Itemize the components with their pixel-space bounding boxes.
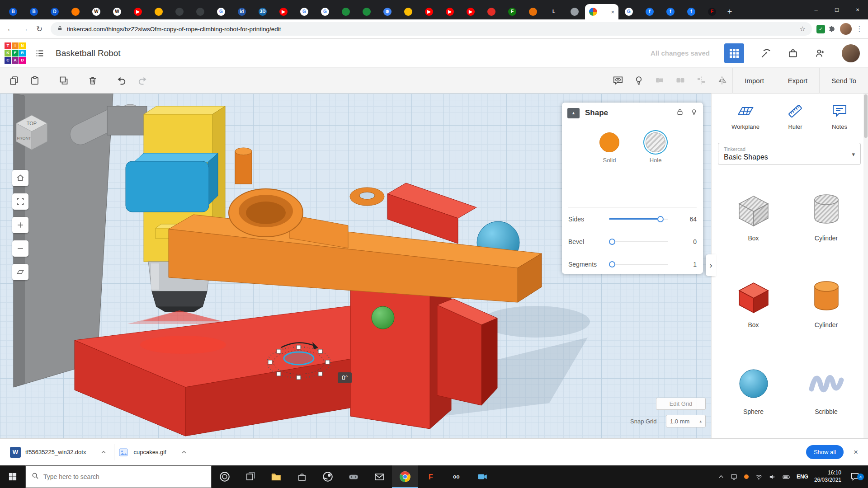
browser-tab[interactable]: ▶ — [460, 4, 481, 19]
bricks-mode-icon[interactable] — [757, 44, 775, 62]
browser-tab[interactable] — [523, 4, 543, 19]
slider-handle[interactable] — [609, 261, 615, 267]
duplicate-icon[interactable] — [53, 70, 74, 91]
taskbar-mail-icon[interactable] — [366, 465, 392, 488]
minimize-button[interactable]: – — [806, 0, 826, 19]
shape-scribble[interactable]: Scribble — [807, 364, 845, 415]
shape-library-select[interactable]: Tinkercad Basic Shapes ▾ — [718, 143, 861, 165]
browser-tab[interactable]: W — [86, 4, 107, 19]
tinkercad-logo[interactable]: TINKERCAD — [5, 42, 26, 64]
taskbar-store-icon[interactable] — [289, 465, 315, 488]
green-sphere[interactable] — [372, 306, 394, 329]
browser-tab[interactable]: G — [211, 4, 231, 19]
ungroup-icon[interactable] — [670, 70, 691, 91]
browser-avatar[interactable] — [840, 23, 852, 35]
blocks-view-button[interactable] — [724, 43, 744, 63]
action-center-button[interactable]: 4 — [847, 472, 863, 482]
sidebar-collapse-chevron[interactable]: › — [706, 254, 716, 276]
volume-icon[interactable] — [769, 473, 776, 481]
browser-tab[interactable] — [65, 4, 86, 19]
tab-close-icon[interactable]: × — [611, 9, 614, 15]
browser-tab[interactable] — [190, 4, 211, 19]
browser-tab[interactable]: L — [543, 4, 564, 19]
redo-icon[interactable] — [132, 70, 153, 91]
shape-hole-box[interactable]: Box — [735, 190, 773, 242]
browser-tab[interactable] — [356, 4, 377, 19]
browser-tab[interactable] — [335, 4, 356, 19]
hide-shape-icon[interactable] — [690, 108, 698, 117]
download-item[interactable]: Wtf55635225_win32.dotx — [6, 439, 114, 465]
browser-tab[interactable]: G — [618, 4, 639, 19]
briefcase-icon[interactable] — [784, 44, 802, 62]
browser-tab[interactable]: D — [44, 4, 65, 19]
wifi-icon[interactable] — [755, 473, 763, 481]
shape-red-box[interactable]: Box — [735, 277, 773, 328]
mirror-icon[interactable] — [712, 70, 732, 91]
start-button[interactable] — [0, 465, 25, 488]
browser-tab[interactable]: 3D — [252, 4, 273, 19]
sidebar-tool-notes[interactable]: Notes — [831, 103, 848, 130]
orange-post[interactable] — [235, 148, 252, 184]
snap-grid-select[interactable]: 1.0 mm ▴ — [666, 415, 706, 427]
sidebar-scrollbar[interactable] — [863, 94, 868, 438]
design-title[interactable]: Basketball Robot — [56, 48, 121, 58]
close-downloads-icon[interactable]: × — [854, 448, 858, 457]
taskbar-chrome-icon[interactable] — [392, 465, 418, 488]
lock-shape-icon[interactable] — [676, 108, 684, 118]
zoom-out-button[interactable] — [12, 240, 28, 257]
hole-swatch[interactable] — [646, 132, 665, 152]
browser-tab[interactable]: G — [294, 4, 315, 19]
shape-hole-cylinder[interactable]: Cylinder — [807, 190, 845, 242]
maximize-button[interactable]: □ — [826, 0, 847, 19]
edit-grid-button[interactable]: Edit Grid — [656, 398, 706, 410]
browser-tab[interactable] — [148, 4, 169, 19]
tray-expand-icon[interactable] — [718, 474, 724, 480]
3d-viewport[interactable]: TOP FRONT 0° Edit Grid Snap Grid 1.0 mm … — [0, 94, 711, 438]
align-icon[interactable] — [691, 70, 712, 91]
send-to-button[interactable]: Send To — [819, 68, 868, 94]
slider-bevel[interactable] — [609, 238, 668, 245]
browser-tab[interactable] — [481, 4, 502, 19]
language-indicator[interactable]: ENG — [797, 474, 808, 480]
browser-tab[interactable]: G — [315, 4, 335, 19]
slider-handle[interactable] — [657, 216, 664, 222]
browser-tab[interactable] — [564, 4, 585, 19]
undo-icon[interactable] — [111, 70, 132, 91]
show-all-comments-icon[interactable] — [608, 70, 628, 91]
search-input[interactable] — [43, 473, 205, 480]
sidebar-tool-ruler[interactable]: Ruler — [787, 103, 804, 130]
chevron-up-icon[interactable] — [100, 449, 107, 455]
perspective-button[interactable] — [12, 264, 28, 280]
download-item[interactable]: cupcakes.gif — [114, 439, 194, 465]
browser-tab[interactable]: B — [24, 4, 44, 19]
taskbar-explorer-icon[interactable] — [263, 465, 289, 488]
view-cube[interactable]: TOP FRONT — [11, 110, 52, 151]
red-pillar-right[interactable] — [437, 299, 497, 405]
shape-option-hole[interactable]: Hole — [646, 132, 665, 164]
bookmark-star-icon[interactable]: ☆ — [800, 25, 806, 33]
invite-person-icon[interactable] — [811, 44, 829, 62]
slider-handle[interactable] — [609, 239, 615, 245]
browser-tab-active[interactable]: × — [585, 4, 618, 19]
taskbar-alienware-icon[interactable]: oo — [443, 465, 469, 488]
slider-sides[interactable] — [609, 216, 668, 223]
browser-tab[interactable]: f — [660, 4, 681, 19]
slider-segments[interactable] — [609, 261, 668, 268]
zoom-in-button[interactable] — [12, 217, 28, 233]
browser-tab[interactable]: ▶ — [439, 4, 460, 19]
browser-tab[interactable]: F — [502, 4, 523, 19]
battery-icon[interactable] — [782, 473, 791, 481]
browser-tab[interactable]: W — [107, 4, 127, 19]
taskbar-fkey-icon[interactable]: F — [418, 465, 443, 488]
browser-url[interactable]: tinkercad.com/things/bzZ2siwsOfm-copy-of… — [67, 26, 796, 33]
chevron-up-icon[interactable] — [181, 449, 187, 455]
close-button[interactable]: × — [847, 0, 868, 19]
fit-view-button[interactable] — [12, 193, 28, 210]
taskbar-camera-icon[interactable] — [469, 465, 495, 488]
extension-check-icon[interactable]: ✓ — [816, 25, 825, 33]
browser-tab[interactable]: F — [702, 4, 722, 19]
browser-tab[interactable]: ▶ — [419, 4, 439, 19]
taskbar-search[interactable] — [25, 465, 212, 488]
blue-cap[interactable] — [126, 153, 218, 212]
shape-orange-cylinder[interactable]: Cylinder — [807, 277, 845, 328]
